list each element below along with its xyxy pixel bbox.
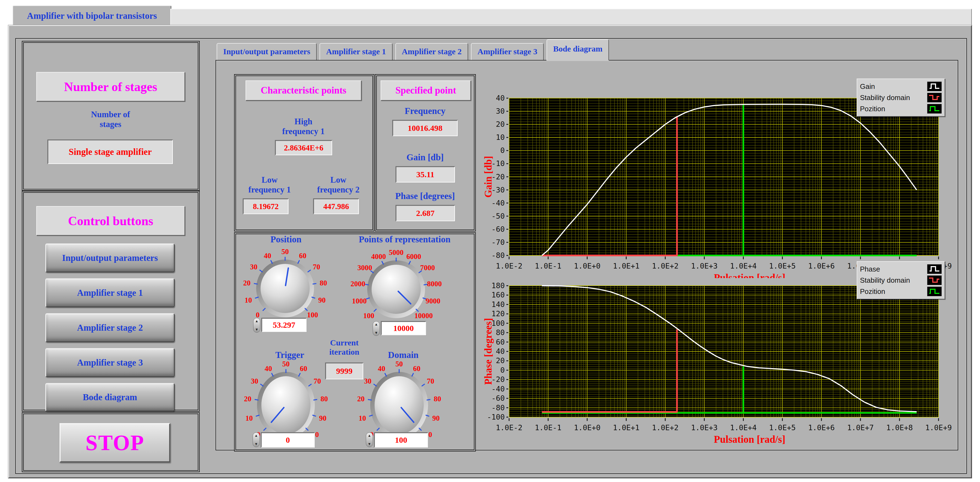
legend-item-stability-domain[interactable]: Stability domain xyxy=(860,93,942,103)
gain-plot-legend: GainStability domainPozition xyxy=(857,79,945,117)
tab-bode-diagram[interactable]: Bode diagram xyxy=(546,39,609,60)
legend-item-stability-domain[interactable]: Stability domain xyxy=(860,275,942,285)
svg-text:100: 100 xyxy=(307,311,318,319)
phase-bode-plot: 180160140120100806040200-20-40-60-80-100… xyxy=(477,275,969,455)
high-frequency-1-label: High frequency 1 xyxy=(262,115,344,138)
svg-text:6000: 6000 xyxy=(406,252,421,261)
svg-text:90: 90 xyxy=(433,414,440,422)
gain-db-label: Gain [db] xyxy=(384,152,466,163)
svg-text:40: 40 xyxy=(265,365,272,373)
points-spinner[interactable]: ▲▼ xyxy=(373,321,380,336)
phase-plot-legend: PhaseStability domainPozition xyxy=(857,261,945,299)
svg-text:1.0E+4: 1.0E+4 xyxy=(730,262,757,270)
specified-point-header: Specified point xyxy=(380,81,471,101)
tab-label: Amplifier stage 1 xyxy=(326,47,386,56)
low-frequency-1-label: Low frequency 1 xyxy=(242,173,297,196)
svg-text:1.0E-1: 1.0E-1 xyxy=(535,262,562,270)
svg-text:1.0E+0: 1.0E+0 xyxy=(574,262,600,270)
svg-text:40: 40 xyxy=(496,347,505,355)
value-text: 447.986 xyxy=(323,202,349,211)
svg-text:1.0E+8: 1.0E+8 xyxy=(886,423,913,432)
phase-degrees-value: 2.687 xyxy=(396,205,455,221)
svg-text:Gain [db]: Gain [db] xyxy=(483,156,494,198)
svg-text:3000: 3000 xyxy=(357,264,372,272)
points-value-input[interactable]: 10000 xyxy=(381,321,426,335)
svg-text:100: 100 xyxy=(363,312,374,320)
svg-text:40: 40 xyxy=(264,252,271,260)
waveform-icon xyxy=(927,264,942,274)
button-amplifier-stage-1[interactable]: Amplifier stage 1 xyxy=(45,278,175,307)
svg-text:90: 90 xyxy=(318,296,326,304)
position-value-input[interactable]: 53.297 xyxy=(261,318,307,332)
button-label: Amplifier stage 2 xyxy=(77,323,143,333)
domain-value-input[interactable]: 100 xyxy=(374,432,428,448)
legend-label: Stability domain xyxy=(860,276,910,285)
button-label: Amplifier stage 3 xyxy=(77,358,143,368)
svg-text:30: 30 xyxy=(496,107,505,115)
legend-label: Phase xyxy=(860,265,880,273)
svg-text:40: 40 xyxy=(496,94,505,102)
phase-degrees-label: Phase [degrees] xyxy=(382,190,468,202)
legend-item-gain[interactable]: Gain xyxy=(860,81,942,91)
button-bode-diagram[interactable]: Bode diagram xyxy=(45,383,175,411)
domain-knob-label: Domain xyxy=(362,349,444,360)
svg-text:80: 80 xyxy=(434,395,441,403)
value-text: 10016.498 xyxy=(407,124,442,133)
svg-text:1.0E+9: 1.0E+9 xyxy=(925,423,952,432)
trigger-spinner[interactable]: ▲▼ xyxy=(253,432,260,447)
svg-text:4000: 4000 xyxy=(371,252,386,261)
button-input-output-parameters[interactable]: Input/output parameters xyxy=(45,243,175,272)
svg-text:5000: 5000 xyxy=(389,248,404,257)
legend-label: Pozition xyxy=(860,287,885,296)
tab-bar: Input/output parameters Amplifier stage … xyxy=(216,40,609,60)
tab-input-output-parameters[interactable]: Input/output parameters xyxy=(216,43,317,60)
svg-text:1.0E+5: 1.0E+5 xyxy=(769,423,796,432)
svg-text:-60: -60 xyxy=(492,394,505,403)
tab-label: Input/output parameters xyxy=(223,47,310,56)
value-text: 2.86364E+6 xyxy=(284,143,324,152)
svg-text:-100: -100 xyxy=(487,413,505,421)
low-frequency-1-value: 8.19672 xyxy=(243,198,289,214)
svg-text:1.0E+1: 1.0E+1 xyxy=(613,262,640,270)
low-frequency-2-value: 447.986 xyxy=(313,198,359,214)
value-text: 10000 xyxy=(393,323,414,333)
window-title-tab[interactable]: Amplifier with bipolar transistors xyxy=(13,5,171,25)
gain-db-value: 35.11 xyxy=(396,166,455,183)
svg-text:140: 140 xyxy=(492,300,505,309)
value-text: 100 xyxy=(395,435,407,445)
svg-text:0: 0 xyxy=(500,366,505,374)
number-of-stages-header-label: Number of stages xyxy=(64,79,158,94)
value-text: 2.687 xyxy=(416,209,434,218)
tab-amplifier-stage-1[interactable]: Amplifier stage 1 xyxy=(320,43,392,60)
waveform-icon xyxy=(927,275,942,285)
points-of-representation-knob-label: Points of representation xyxy=(340,234,469,245)
waveform-icon xyxy=(927,287,942,296)
tab-amplifier-stage-2[interactable]: Amplifier stage 2 xyxy=(395,43,468,60)
waveform-icon xyxy=(927,93,942,103)
value-text: 0 xyxy=(286,435,290,445)
tab-amplifier-stage-3[interactable]: Amplifier stage 3 xyxy=(471,43,544,60)
svg-text:10000: 10000 xyxy=(414,312,433,320)
trigger-value-input[interactable]: 0 xyxy=(261,432,315,448)
stop-button[interactable]: STOP xyxy=(59,423,170,462)
svg-text:-70: -70 xyxy=(492,238,505,246)
svg-text:1.0E+6: 1.0E+6 xyxy=(808,262,835,270)
button-amplifier-stage-2[interactable]: Amplifier stage 2 xyxy=(45,313,175,342)
legend-item-phase[interactable]: Phase xyxy=(860,264,942,274)
tab-label: Bode diagram xyxy=(553,44,602,53)
button-label: Input/output parameters xyxy=(62,253,158,263)
svg-text:40: 40 xyxy=(378,365,385,373)
domain-spinner[interactable]: ▲▼ xyxy=(366,432,373,447)
svg-text:70: 70 xyxy=(427,377,434,385)
window-title: Amplifier with bipolar transistors xyxy=(27,11,157,21)
legend-item-pozition[interactable]: Pozition xyxy=(860,104,942,114)
characteristic-points-header-label: Characteristic points xyxy=(261,85,347,96)
svg-text:1.0E+7: 1.0E+7 xyxy=(847,423,874,432)
svg-text:20: 20 xyxy=(357,395,364,403)
button-amplifier-stage-3[interactable]: Amplifier stage 3 xyxy=(45,348,175,377)
svg-text:-40: -40 xyxy=(492,199,505,207)
number-of-stages-header: Number of stages xyxy=(36,72,185,101)
position-spinner[interactable]: ▲▼ xyxy=(253,318,260,333)
legend-item-pozition[interactable]: Pozition xyxy=(860,287,942,296)
svg-text:-80: -80 xyxy=(492,251,505,260)
